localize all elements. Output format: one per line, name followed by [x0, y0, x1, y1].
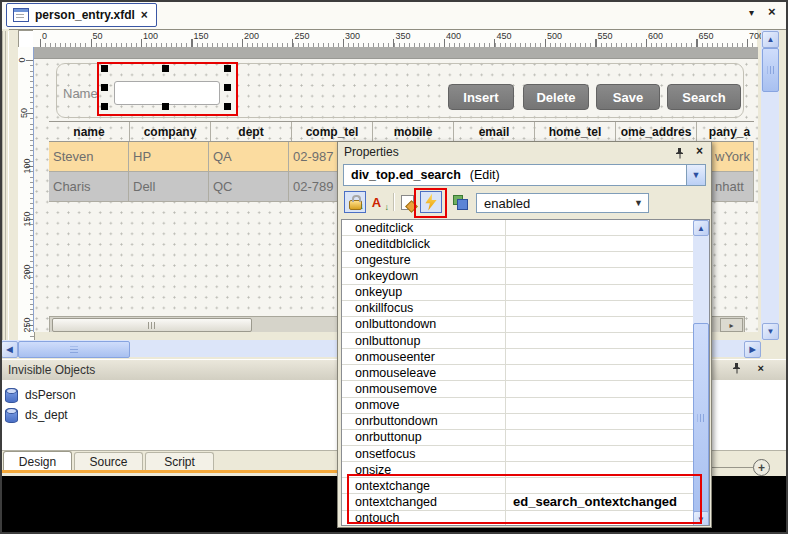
event-row-onmove[interactable]: onmove	[342, 398, 709, 414]
event-row-onkeyup[interactable]: onkeyup	[342, 285, 709, 301]
event-handler-value[interactable]	[505, 349, 692, 364]
event-handler-value[interactable]	[505, 333, 692, 348]
grid-hscroll-thumb[interactable]	[52, 318, 252, 332]
event-handler-value[interactable]	[505, 236, 692, 251]
event-row-ongesture[interactable]: ongesture	[342, 252, 709, 268]
left-splitter[interactable]	[0, 29, 9, 358]
grid-header-cell[interactable]: dept	[211, 122, 292, 141]
grid-header-cell[interactable]: name	[49, 122, 130, 141]
selection-handle[interactable]	[101, 84, 108, 91]
zoom-in-button[interactable]: +	[753, 459, 770, 476]
event-handler-value[interactable]	[505, 252, 692, 267]
event-name[interactable]: ongesture	[342, 252, 505, 267]
event-row-onlbuttondown[interactable]: onlbuttondown	[342, 317, 709, 333]
hscroll-thumb[interactable]	[18, 341, 130, 358]
selection-handle[interactable]	[224, 65, 231, 72]
insert-button[interactable]: Insert	[448, 84, 514, 110]
dataset-item-dsPerson[interactable]: dsPerson	[5, 386, 76, 404]
event-handler-value[interactable]	[505, 446, 692, 461]
event-row-onsetfocus[interactable]: onsetfocus	[342, 446, 709, 462]
event-row-onmousemove[interactable]: onmousemove	[342, 381, 709, 397]
event-handler-value[interactable]	[505, 430, 692, 445]
filter-dropdown-arrow-icon[interactable]: ▼	[634, 198, 643, 208]
grid-cell[interactable]: Charis	[49, 172, 129, 201]
grid-header-cell[interactable]: mobile	[373, 122, 454, 141]
event-name[interactable]: onlbuttonup	[342, 333, 505, 348]
dataset-item-ds_dept[interactable]: ds_dept	[5, 406, 68, 424]
doc-tab-person-entry[interactable]: person_entry.xfdl ×	[6, 3, 157, 27]
grid-header-cell[interactable]: home_tel	[535, 122, 616, 141]
event-name[interactable]: onmousemove	[342, 381, 505, 396]
grid-cell[interactable]: Dell	[129, 172, 209, 201]
grid-header-cell[interactable]: pany_a	[697, 122, 758, 141]
event-name[interactable]: onrbuttonup	[342, 430, 505, 445]
selection-handle[interactable]	[224, 84, 231, 91]
event-name[interactable]: oneditclick	[342, 220, 505, 235]
vscroll-thumb[interactable]	[762, 48, 779, 92]
grid-hscroll-right-arrow-icon[interactable]: ▸	[720, 318, 743, 332]
event-handler-value[interactable]	[505, 398, 692, 413]
event-handler-value[interactable]	[505, 414, 692, 429]
close-icon[interactable]: ×	[758, 362, 764, 374]
object-selector-combobox[interactable]: div_top.ed_search(Edit) ▼	[343, 164, 706, 186]
event-name[interactable]: onmouseenter	[342, 349, 505, 364]
name-static-label[interactable]: Name	[63, 86, 98, 101]
event-name[interactable]: onkillfocus	[342, 301, 505, 316]
delete-button[interactable]: Delete	[523, 84, 589, 110]
grid-cell[interactable]: Steven	[49, 142, 129, 171]
event-handler-value[interactable]	[505, 317, 692, 332]
event-handler-value[interactable]	[505, 220, 692, 235]
event-row-onlbuttonup[interactable]: onlbuttonup	[342, 333, 709, 349]
event-handler-value[interactable]	[505, 301, 692, 316]
grid-cell[interactable]: QC	[209, 172, 289, 201]
event-name[interactable]: onkeydown	[342, 268, 505, 283]
pin-icon[interactable]	[732, 363, 742, 376]
list-scroll-up-arrow-icon[interactable]: ▲	[693, 220, 709, 236]
event-row-oneditclick[interactable]: oneditclick	[342, 220, 709, 236]
object-info-button[interactable]	[449, 191, 471, 213]
save-button[interactable]: Save	[596, 84, 660, 110]
event-handler-value[interactable]	[505, 381, 692, 396]
grid-header-cell[interactable]: ome_addres	[616, 122, 697, 141]
tab-source[interactable]: Source	[74, 452, 143, 471]
event-row-onmouseleave[interactable]: onmouseleave	[342, 365, 709, 381]
tabstrip-close-icon[interactable]: ×	[768, 4, 776, 19]
event-row-onrbuttonup[interactable]: onrbuttonup	[342, 430, 709, 446]
vscroll-up-arrow-icon[interactable]: ▲	[762, 31, 779, 48]
hscroll-right-arrow-icon[interactable]: ▶	[744, 341, 761, 358]
event-name[interactable]: onsetfocus	[342, 446, 505, 461]
event-handler-value[interactable]	[505, 285, 692, 300]
grid-header-cell[interactable]: comp_tel	[292, 122, 373, 141]
alphabetic-sort-button[interactable]: A↓	[368, 191, 390, 213]
event-name[interactable]: onmove	[342, 398, 505, 413]
tab-list-dropdown-icon[interactable]: ▾	[749, 7, 754, 18]
selection-handle[interactable]	[162, 65, 169, 72]
hscroll-left-arrow-icon[interactable]: ◀	[1, 341, 18, 358]
pin-icon[interactable]	[675, 145, 685, 163]
grid-header-cell[interactable]: company	[130, 122, 211, 141]
grid-cell[interactable]: QA	[209, 142, 289, 171]
event-name[interactable]: onkeyup	[342, 285, 505, 300]
event-row-onkeydown[interactable]: onkeydown	[342, 268, 709, 284]
vscroll-down-arrow-icon[interactable]: ▼	[762, 323, 779, 340]
combobox-dropdown-arrow-icon[interactable]: ▼	[686, 165, 705, 185]
event-handler-value[interactable]	[505, 365, 692, 380]
grid-header-cell[interactable]: email	[454, 122, 535, 141]
event-name[interactable]: onrbuttondown	[342, 414, 505, 429]
event-name[interactable]: onlbuttondown	[342, 317, 505, 332]
event-name[interactable]: oneditdblclick	[342, 236, 505, 251]
event-row-onkillfocus[interactable]: onkillfocus	[342, 301, 709, 317]
tab-design[interactable]: Design	[3, 451, 72, 471]
search-button[interactable]: Search	[667, 84, 741, 110]
doc-tab-close-icon[interactable]: ×	[141, 8, 148, 22]
event-row-oneditdblclick[interactable]: oneditdblclick	[342, 236, 709, 252]
property-filter-combobox[interactable]: enabled ▼	[476, 193, 649, 213]
event-row-onrbuttondown[interactable]: onrbuttondown	[342, 414, 709, 430]
event-handler-value[interactable]	[505, 268, 692, 283]
tab-script[interactable]: Script	[145, 452, 214, 471]
selection-handle[interactable]	[162, 103, 169, 110]
event-name[interactable]: onmouseleave	[342, 365, 505, 380]
categorized-sort-button[interactable]: ↓	[344, 191, 366, 213]
selection-handle[interactable]	[101, 103, 108, 110]
event-row-onmouseenter[interactable]: onmouseenter	[342, 349, 709, 365]
